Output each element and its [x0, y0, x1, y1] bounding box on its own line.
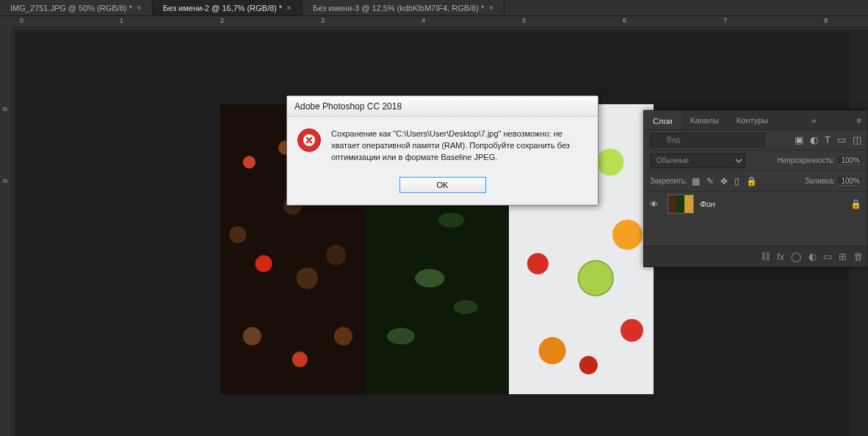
lock-artboard-icon[interactable]: ▯ — [734, 176, 739, 186]
filter-pixel-icon[interactable]: ▣ — [795, 134, 803, 145]
dialog-title: Adobe Photoshop CC 2018 — [287, 96, 598, 117]
panel-tabs: Слои Каналы Контуры » ≡ — [644, 111, 867, 130]
lock-brush-icon[interactable]: ✎ — [706, 176, 714, 186]
layer-filter-input[interactable] — [650, 133, 765, 148]
lock-all-icon[interactable]: 🔒 — [746, 176, 757, 186]
collapse-icon[interactable]: » — [806, 111, 822, 129]
new-layer-icon[interactable]: ⊞ — [839, 251, 847, 262]
document-tabs: IMG_2751.JPG @ 50% (RGB/8) * × Без имени… — [0, 0, 868, 16]
tab-layers[interactable]: Слои — [644, 111, 681, 129]
ok-button[interactable]: OK — [399, 177, 486, 193]
tab-label: IMG_2751.JPG @ 50% (RGB/8) * — [10, 4, 132, 12]
filter-shape-icon[interactable]: ▭ — [837, 134, 846, 145]
filter-smart-icon[interactable]: ◫ — [853, 134, 861, 145]
group-icon[interactable]: ▭ — [823, 251, 832, 262]
mask-icon[interactable]: ◯ — [791, 251, 802, 262]
lock-icon[interactable]: 🔒 — [850, 199, 861, 209]
dialog-message: Сохранение как "C:\Users\User\Desktop\7.… — [331, 128, 587, 164]
trash-icon[interactable]: 🗑 — [853, 251, 863, 262]
tab-paths[interactable]: Контуры — [728, 111, 777, 129]
ruler-tick: 1 — [120, 17, 123, 24]
visibility-icon[interactable]: 👁 — [650, 200, 662, 208]
layer-name[interactable]: Фон — [700, 200, 715, 208]
close-icon[interactable]: × — [488, 3, 493, 13]
layer-thumbnail[interactable] — [668, 195, 694, 214]
ruler-tick: 0 — [1, 179, 9, 183]
menu-icon[interactable]: ≡ — [851, 111, 867, 129]
tab-document-2[interactable]: Без имени-2 @ 16,7% (RGB/8) * × — [153, 0, 303, 15]
close-icon[interactable]: × — [286, 3, 292, 13]
lock-transparent-icon[interactable]: ▩ — [692, 176, 700, 186]
layer-filter-row: ▣ ◐ T ▭ ◫ — [644, 130, 867, 150]
adjustment-icon[interactable]: ◐ — [809, 251, 817, 262]
dialog-buttons: OK — [287, 177, 598, 205]
ruler-tick: 0 — [1, 107, 9, 111]
ruler-horizontal: 0 1 2 3 4 5 6 7 8 — [12, 16, 868, 28]
dialog-body: Сохранение как "C:\Users\User\Desktop\7.… — [287, 117, 598, 177]
error-icon — [297, 128, 321, 152]
panel-footer: ⛓ fx ◯ ◐ ▭ ⊞ 🗑 — [644, 246, 867, 266]
ruler-tick: 8 — [824, 17, 828, 24]
blend-mode-select[interactable]: Обычные — [650, 153, 745, 168]
ruler-tick: 4 — [422, 17, 425, 24]
lock-row: Закрепить: ▩ ✎ ✥ ▯ 🔒 Заливка: 100% — [644, 171, 867, 192]
tab-label: Без имени-2 @ 16,7% (RGB/8) * — [163, 4, 282, 12]
opacity-label: Непрозрачность: — [777, 156, 835, 164]
blend-row: Обычные Непрозрачность: 100% — [644, 150, 867, 171]
layer-list: 👁 Фон 🔒 — [644, 192, 867, 246]
tab-document-1[interactable]: IMG_2751.JPG @ 50% (RGB/8) * × — [0, 0, 153, 15]
tab-channels[interactable]: Каналы — [681, 111, 728, 129]
ruler-vertical: 0 0 — [0, 28, 12, 436]
ruler-tick: 3 — [321, 17, 325, 24]
ruler-tick: 6 — [623, 17, 626, 24]
opacity-value[interactable]: 100% — [838, 156, 861, 165]
ruler-tick: 5 — [522, 17, 526, 24]
filter-type-icon[interactable]: T — [825, 134, 831, 145]
tab-label: Без имени-3 @ 12,5% (kdbKlbM7IF4, RGB/8)… — [313, 4, 484, 12]
ruler-tick: 7 — [723, 17, 727, 24]
fx-icon[interactable]: fx — [777, 251, 784, 262]
close-icon[interactable]: × — [137, 3, 142, 13]
filter-type-icons: ▣ ◐ T ▭ ◫ — [795, 134, 861, 145]
tab-document-3[interactable]: Без имени-3 @ 12,5% (kdbKlbM7IF4, RGB/8)… — [303, 0, 504, 15]
link-icon[interactable]: ⛓ — [761, 251, 770, 262]
fill-label: Заливка: — [805, 177, 835, 185]
layer-item[interactable]: 👁 Фон 🔒 — [644, 192, 867, 217]
layers-panel: Слои Каналы Контуры » ≡ ▣ ◐ T ▭ ◫ Обычны… — [643, 110, 868, 267]
filter-adjust-icon[interactable]: ◐ — [810, 134, 818, 145]
ruler-tick: 0 — [20, 17, 23, 24]
lock-move-icon[interactable]: ✥ — [720, 176, 728, 186]
ruler-tick: 2 — [220, 17, 224, 24]
fill-value[interactable]: 100% — [838, 177, 861, 186]
error-dialog: Adobe Photoshop CC 2018 Сохранение как "… — [286, 95, 598, 206]
lock-label: Закрепить: — [650, 177, 687, 185]
